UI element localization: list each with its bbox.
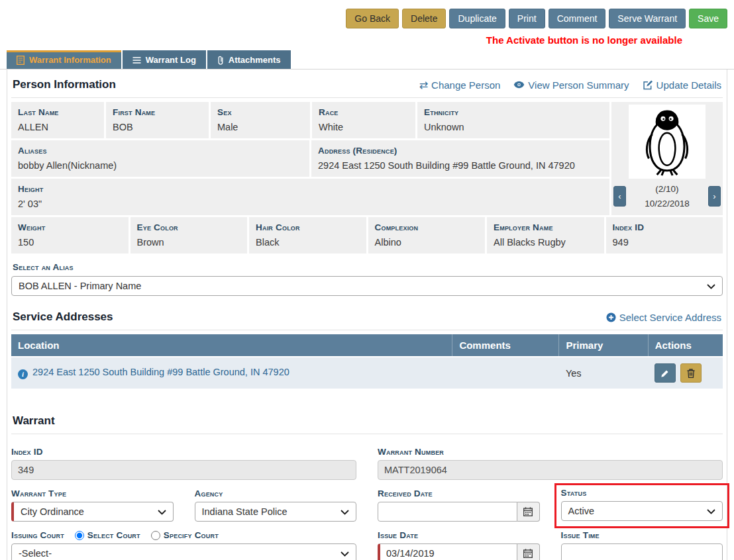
duplicate-button[interactable]: Duplicate <box>449 9 505 28</box>
info-circle-icon[interactable]: i <box>18 369 28 379</box>
warrant-type-value: City Ordinance <box>21 506 84 517</box>
select-court-radio[interactable] <box>75 531 84 540</box>
index-id-input[interactable] <box>11 460 356 480</box>
warrant-information-panel: Person Information ⇄ Change Person View … <box>7 70 727 560</box>
field-value: White <box>319 122 409 132</box>
tab-warrant-information[interactable]: Warrant Information <box>7 50 121 69</box>
person-photo <box>629 105 706 179</box>
service-address-link[interactable]: 2924 East 1250 South Building #99 Battle… <box>32 367 289 377</box>
warrant-row-2: Warrant Type City Ordinance Agency India… <box>11 480 723 522</box>
view-person-summary-label: View Person Summary <box>528 79 629 91</box>
field-hair-color: Hair Color Black <box>249 217 366 254</box>
save-button[interactable]: Save <box>689 9 727 28</box>
warrant-index-id-field: Index ID <box>11 438 356 480</box>
tab-label: Warrant Information <box>29 55 111 65</box>
specify-court-radio-option[interactable]: Specify Court <box>151 530 219 540</box>
field-label: Last Name <box>18 107 97 117</box>
alias-select[interactable]: BOB ALLEN - Primary Name <box>11 276 723 296</box>
update-details-link[interactable]: Update Details <box>643 79 721 91</box>
view-person-summary-link[interactable]: View Person Summary <box>513 79 629 91</box>
delete-button[interactable]: Delete <box>402 9 446 28</box>
field-value: Albino <box>375 237 479 248</box>
index-id-label: Index ID <box>11 447 356 457</box>
chevron-down-icon <box>158 510 166 515</box>
warrant-type-label: Warrant Type <box>11 489 174 498</box>
field-label: Complexion <box>375 222 479 232</box>
status-value: Active <box>568 506 595 516</box>
comment-button[interactable]: Comment <box>549 9 606 28</box>
issuing-court-field: Issuing Court Select Court Specify Court… <box>11 522 356 560</box>
delete-address-button[interactable] <box>680 363 702 383</box>
service-addresses-rule <box>11 330 723 330</box>
field-race: Race White <box>312 102 415 138</box>
court-select[interactable]: -Select- <box>11 543 356 560</box>
status-select[interactable]: Active <box>561 501 723 521</box>
field-value: bobby Allen(Nickname) <box>18 160 303 171</box>
field-value: 949 <box>613 237 717 248</box>
received-date-calendar-button[interactable] <box>517 502 540 522</box>
photo-next-button[interactable]: › <box>708 186 721 207</box>
field-value: Unknown <box>424 122 603 132</box>
list-icon <box>132 56 141 64</box>
field-complexion: Complexion Albino <box>368 217 486 254</box>
photo-counter: (2/10) <box>645 182 690 197</box>
paperclip-icon <box>217 56 224 65</box>
person-fields: Last Name ALLEN First Name BOB Sex Male … <box>11 102 609 215</box>
issue-time-input[interactable] <box>561 543 723 560</box>
issue-date-input[interactable] <box>378 543 517 560</box>
status-label: Status <box>561 488 723 498</box>
chevron-down-icon <box>707 284 715 289</box>
tab-attachments[interactable]: Attachments <box>207 50 291 69</box>
field-sex: Sex Male <box>211 102 310 138</box>
field-value: Male <box>217 122 303 132</box>
print-button[interactable]: Print <box>509 9 545 28</box>
calendar-icon <box>523 549 533 558</box>
serve-warrant-button[interactable]: Serve Warrant <box>609 9 686 28</box>
person-fields-row-1: Last Name ALLEN First Name BOB Sex Male … <box>11 102 609 138</box>
field-value: BOB <box>113 122 202 132</box>
table-header-row: Location Comments Primary Actions <box>11 334 723 357</box>
agency-select[interactable]: Indiana State Police <box>195 502 357 522</box>
field-value: Black <box>256 237 360 248</box>
warrant-type-field: Warrant Type City Ordinance <box>11 480 174 522</box>
activate-unavailable-notice: The Activate button is no longer availab… <box>0 28 734 50</box>
change-person-link[interactable]: ⇄ Change Person <box>419 79 501 91</box>
field-label: Weight <box>18 222 122 232</box>
cell-comments <box>452 357 559 389</box>
column-header-actions: Actions <box>648 334 723 357</box>
go-back-button[interactable]: Go Back <box>346 9 399 28</box>
field-label: Index ID <box>613 222 717 232</box>
field-ethnicity: Ethnicity Unknown <box>417 102 609 138</box>
person-header-links: ⇄ Change Person View Person Summary Upda… <box>419 79 721 91</box>
issue-date-label: Issue Date <box>378 530 540 540</box>
calendar-icon <box>523 507 533 516</box>
table-row: i2924 East 1250 South Building #99 Battl… <box>11 357 723 389</box>
field-last-name: Last Name ALLEN <box>11 102 104 138</box>
issue-date-calendar-button[interactable] <box>517 543 540 560</box>
issue-time-label: Issue Time <box>561 530 723 540</box>
issuing-court-radio-row: Issuing Court Select Court Specify Court <box>11 530 356 540</box>
edit-square-icon <box>643 80 653 90</box>
arrow-right-icon: › <box>713 191 715 201</box>
edit-address-button[interactable] <box>655 363 676 383</box>
issuing-court-label: Issuing Court <box>11 530 64 540</box>
tab-warrant-log[interactable]: Warrant Log <box>123 50 206 69</box>
photo-prev-button[interactable]: ‹ <box>613 186 626 207</box>
warrant-number-input[interactable] <box>378 460 723 480</box>
issue-date-group <box>378 543 540 560</box>
specify-court-radio[interactable] <box>151 531 160 540</box>
tab-bar: Warrant Information Warrant Log Attachme… <box>0 50 734 70</box>
field-value: 150 <box>18 237 122 248</box>
field-value: Brown <box>137 237 241 248</box>
service-addresses-table: Location Comments Primary Actions i2924 … <box>11 334 723 389</box>
field-value: All Blacks Rugby <box>494 237 598 248</box>
select-service-address-link[interactable]: Select Service Address <box>606 312 721 323</box>
person-photo-panel: ‹ (2/10) 10/22/2018 › <box>611 102 723 215</box>
select-court-radio-option[interactable]: Select Court <box>75 530 140 540</box>
received-date-input[interactable] <box>378 502 517 522</box>
column-header-comments: Comments <box>452 334 559 357</box>
form-icon <box>17 56 25 65</box>
field-value: 2' 03" <box>18 199 603 209</box>
pencil-icon <box>660 369 670 378</box>
warrant-type-select[interactable]: City Ordinance <box>11 502 174 522</box>
